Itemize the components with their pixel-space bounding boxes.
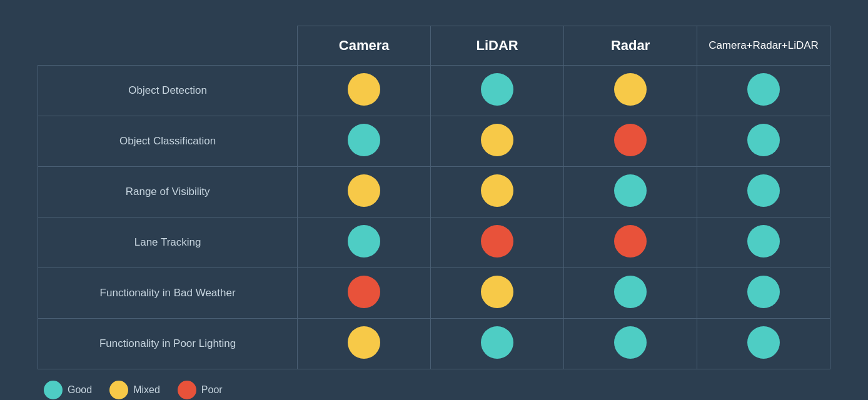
- main-container: Camera LiDAR Radar Camera+Radar+LiDAR Ob…: [13, 12, 855, 400]
- dot-mixed: [614, 73, 647, 106]
- table-row: Object Classification: [38, 116, 830, 167]
- cell-lidar: [431, 66, 564, 116]
- dot-mixed: [481, 174, 513, 207]
- dot-mixed: [481, 276, 513, 308]
- cell-camera: [298, 319, 431, 369]
- dot-good: [747, 276, 780, 308]
- dot-mixed: [481, 124, 513, 156]
- table-row: Functionality in Bad Weather: [38, 268, 830, 319]
- dot-good: [481, 73, 513, 106]
- legend-label-mixed: Mixed: [133, 384, 160, 396]
- row-label: Lane Tracking: [38, 218, 298, 268]
- dot-good: [614, 174, 647, 207]
- header-lidar: LiDAR: [431, 26, 564, 66]
- cell-radar: [564, 218, 697, 268]
- dot-good: [747, 73, 780, 106]
- dot-good: [481, 326, 513, 359]
- dot-poor: [614, 225, 647, 258]
- dot-good: [614, 326, 647, 359]
- cell-combo: [697, 268, 830, 319]
- cell-camera: [298, 66, 431, 116]
- dot-good: [348, 225, 380, 258]
- row-label: Object Detection: [38, 66, 298, 116]
- cell-lidar: [431, 116, 564, 167]
- cell-radar: [564, 66, 697, 116]
- dot-poor: [348, 276, 380, 308]
- header-radar: Radar: [564, 26, 697, 66]
- dot-good: [747, 225, 780, 258]
- legend: Good Mixed Poor: [38, 381, 830, 399]
- cell-lidar: [431, 319, 564, 369]
- dot-mixed: [348, 326, 380, 359]
- cell-combo: [697, 319, 830, 369]
- cell-combo: [697, 218, 830, 268]
- legend-mixed: Mixed: [109, 381, 160, 399]
- cell-camera: [298, 167, 431, 218]
- row-label: Object Classification: [38, 116, 298, 167]
- dot-good: [614, 276, 647, 308]
- legend-label-good: Good: [68, 384, 92, 396]
- legend-dot-poor: [178, 381, 196, 399]
- header-combo: Camera+Radar+LiDAR: [697, 26, 830, 66]
- header-camera: Camera: [298, 26, 431, 66]
- legend-dot-mixed: [109, 381, 128, 399]
- cell-lidar: [431, 268, 564, 319]
- legend-dot-good: [44, 381, 63, 399]
- comparison-table: Camera LiDAR Radar Camera+Radar+LiDAR Ob…: [38, 26, 830, 369]
- cell-combo: [697, 167, 830, 218]
- dot-mixed: [348, 73, 380, 106]
- dot-mixed: [348, 174, 380, 207]
- table-row: Range of Visibility: [38, 167, 830, 218]
- table-row: Functionality in Poor Lighting: [38, 319, 830, 369]
- legend-good: Good: [44, 381, 92, 399]
- row-label: Functionality in Bad Weather: [38, 268, 298, 319]
- cell-radar: [564, 167, 697, 218]
- row-label: Range of Visibility: [38, 167, 298, 218]
- dot-good: [747, 326, 780, 359]
- table-row: Lane Tracking: [38, 218, 830, 268]
- cell-camera: [298, 218, 431, 268]
- cell-camera: [298, 268, 431, 319]
- cell-radar: [564, 116, 697, 167]
- dot-poor: [614, 124, 647, 156]
- cell-combo: [697, 116, 830, 167]
- dot-poor: [481, 225, 513, 258]
- cell-camera: [298, 116, 431, 167]
- cell-radar: [564, 319, 697, 369]
- row-label: Functionality in Poor Lighting: [38, 319, 298, 369]
- header-empty: [38, 26, 298, 66]
- cell-radar: [564, 268, 697, 319]
- dot-good: [348, 124, 380, 156]
- cell-lidar: [431, 218, 564, 268]
- cell-lidar: [431, 167, 564, 218]
- dot-good: [747, 174, 780, 207]
- table-row: Object Detection: [38, 66, 830, 116]
- cell-combo: [697, 66, 830, 116]
- legend-poor: Poor: [178, 381, 223, 399]
- dot-good: [747, 124, 780, 156]
- legend-label-poor: Poor: [201, 384, 223, 396]
